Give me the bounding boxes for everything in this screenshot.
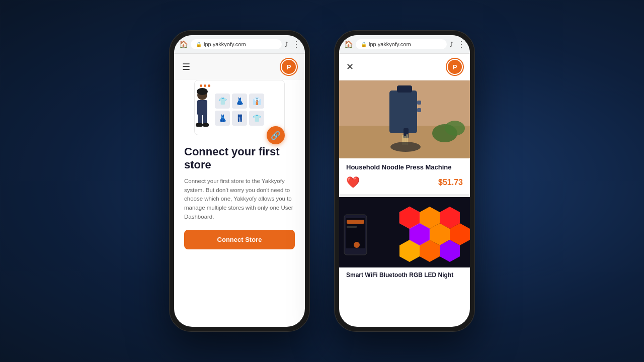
clothes-grid: 👕 👗 👔 👗 👖 👕 xyxy=(210,84,269,131)
product1-actions: ❤️ $51.73 xyxy=(339,173,470,194)
right-phone: 🏠 🔒 ipp.yakkyofy.com ⤴ ⋮ ✕ P xyxy=(334,30,475,332)
menu-icon[interactable]: ⋮ xyxy=(292,40,300,49)
svg-point-25 xyxy=(354,242,360,248)
home-icon-right[interactable]: 🏠 xyxy=(344,40,353,48)
clothes-item-2: 👗 xyxy=(232,94,247,109)
connect-description: Connect your first store to the Yakkyofy… xyxy=(184,177,295,222)
dot2 xyxy=(204,84,206,87)
browser-actions: ⤴ ⋮ xyxy=(285,40,300,49)
svg-rect-6 xyxy=(203,123,209,127)
menu-icon-right[interactable]: ⋮ xyxy=(457,40,465,49)
connect-title: Connect your first store xyxy=(184,145,295,172)
left-phone: 🏠 🔒 ipp.yakkyofy.com ⤴ ⋮ ☰ P xyxy=(169,30,310,332)
clothes-item-6: 👕 xyxy=(249,111,264,126)
svg-rect-1 xyxy=(197,100,207,115)
product2-image: Smart Lihgt Panels Illuminate Your Dream… xyxy=(339,197,470,267)
left-browser-bar: 🏠 🔒 ipp.yakkyofy.com ⤴ ⋮ xyxy=(174,35,305,54)
person-figure xyxy=(190,87,215,135)
share-icon-right[interactable]: ⤴ xyxy=(450,41,453,48)
clothes-item-4: 👗 xyxy=(215,111,230,126)
product2-card: Smart Lihgt Panels Illuminate Your Dream… xyxy=(339,194,470,283)
svg-point-2 xyxy=(197,88,208,95)
home-icon[interactable]: 🏠 xyxy=(179,40,188,48)
connect-content: Connect your first store Connect your fi… xyxy=(174,139,305,327)
url-bar[interactable]: 🔒 ipp.yakkyofy.com xyxy=(191,39,282,49)
product1-price: $51.73 xyxy=(438,178,463,187)
svg-rect-11 xyxy=(404,128,409,138)
svg-rect-9 xyxy=(389,90,417,133)
favorite-button[interactable]: ❤️ xyxy=(346,176,360,189)
svg-point-19 xyxy=(445,121,465,136)
svg-rect-24 xyxy=(347,226,357,228)
lock-icon-right: 🔒 xyxy=(361,42,367,47)
svg-point-15 xyxy=(390,142,421,152)
app-header-left: ☰ P xyxy=(174,54,305,80)
dot3 xyxy=(208,84,210,87)
svg-rect-4 xyxy=(203,114,207,125)
svg-rect-16 xyxy=(417,101,421,105)
close-button[interactable]: ✕ xyxy=(346,61,354,72)
url-bar-right[interactable]: 🔒 ipp.yakkyofy.com xyxy=(356,39,447,49)
product1-name: Household Noodle Press Machine xyxy=(339,158,470,173)
noodle-bg xyxy=(339,80,470,158)
detail-header: ✕ P xyxy=(339,54,470,80)
svg-rect-5 xyxy=(196,123,203,127)
url-text: ipp.yakkyofy.com xyxy=(204,41,246,47)
clothes-item-1: 👕 xyxy=(215,94,230,109)
link-icon: 🔗 xyxy=(271,131,281,140)
hamburger-menu[interactable]: ☰ xyxy=(182,61,190,72)
browser-actions-right: ⤴ ⋮ xyxy=(450,40,465,49)
clothes-item-5: 👖 xyxy=(232,111,247,126)
avatar-left[interactable]: P xyxy=(281,59,297,75)
clothes-item-3: 👔 xyxy=(249,94,264,109)
window-dots xyxy=(200,84,210,87)
dot1 xyxy=(200,84,202,87)
url-text-right: ipp.yakkyofy.com xyxy=(369,41,411,47)
share-icon[interactable]: ⤴ xyxy=(285,41,288,48)
connect-store-button[interactable]: Connect Store xyxy=(184,230,295,249)
svg-rect-3 xyxy=(198,114,202,125)
svg-rect-17 xyxy=(417,108,421,112)
link-badge: 🔗 xyxy=(267,126,285,144)
product1-image xyxy=(339,80,470,158)
lock-icon: 🔒 xyxy=(196,42,202,47)
svg-rect-10 xyxy=(397,85,412,93)
right-browser-bar: 🏠 🔒 ipp.yakkyofy.com ⤴ ⋮ xyxy=(339,35,470,54)
svg-rect-23 xyxy=(347,220,364,224)
illustration-area: 👕 👗 👔 👗 👖 👕 xyxy=(174,80,305,139)
product2-name: Smart WiFi Bluetooth RGB LED Night xyxy=(339,267,470,283)
avatar-right[interactable]: P xyxy=(447,59,463,75)
